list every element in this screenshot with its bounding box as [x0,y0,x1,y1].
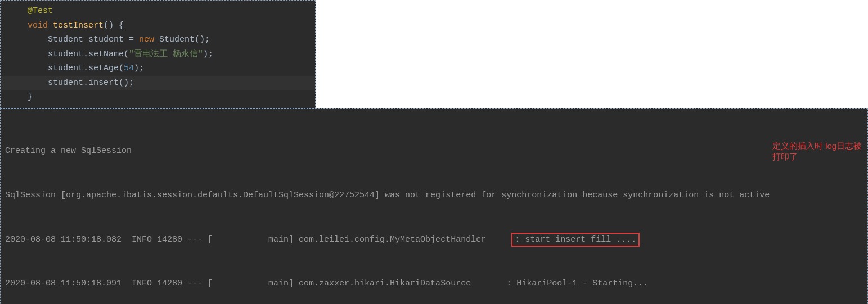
code-line: Student student = new Student(); [1,33,315,47]
code-line: student.setName("雷电法王 杨永信"); [1,47,315,62]
annotation-callout: 定义的插入时 log日志被打印了 [772,140,868,162]
number-token: 54 [124,63,134,73]
function-name-token: testInsert [53,21,104,30]
log-line: SqlSession [org.apache.ibatis.session.de… [5,188,863,203]
code-line: @Test [1,4,315,19]
log-line: Creating a new SqlSession [5,144,863,158]
code-line-highlighted: student.insert(); [1,76,315,90]
keyword-token: void [28,21,48,30]
code-line: } [1,90,315,105]
highlight-box: : start insert fill .... [511,233,640,247]
code-line: void testInsert() { [1,19,315,33]
log-line: 2020-08-08 11:50:18.091 INFO 14280 --- [… [5,276,863,291]
string-token: "雷电法王 杨永信" [129,49,203,59]
code-line: student.setAge(54); [1,61,315,76]
code-editor[interactable]: @Test void testInsert() { Student studen… [0,0,316,108]
keyword-token: new [139,35,154,44]
console-output[interactable]: Creating a new SqlSession SqlSession [or… [0,108,868,305]
log-line: 2020-08-08 11:50:18.082 INFO 14280 --- [… [5,233,863,247]
annotation-token: @Test [28,6,53,16]
